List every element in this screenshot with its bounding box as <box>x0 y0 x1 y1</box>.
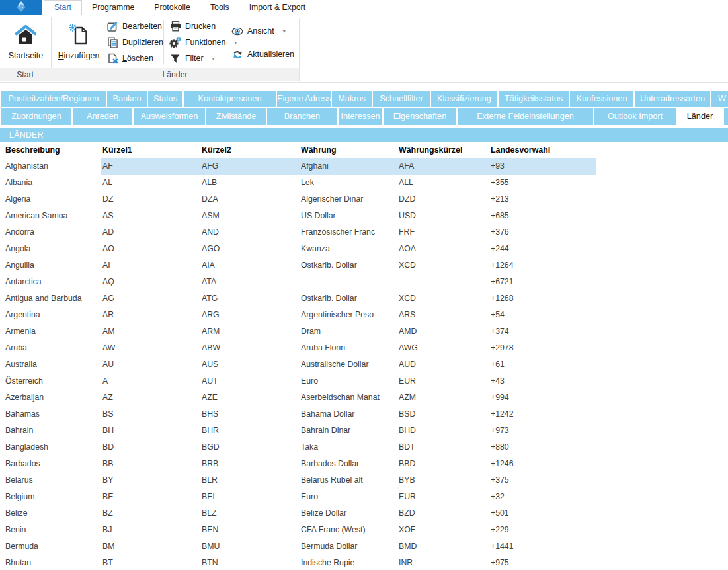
cell-landesvorwahl: +1441 <box>489 538 596 555</box>
tab-konfessionen[interactable]: Konfessionen <box>570 91 633 107</box>
tab-anreden[interactable]: Anreden <box>73 108 132 125</box>
table-row-österreich[interactable]: ÖsterreichAAUTEuroEUR+43 <box>0 373 596 389</box>
cell-landesvorwahl: +213 <box>489 191 596 208</box>
menu-tab-programme[interactable]: Programme <box>82 0 144 15</box>
tab-makros[interactable]: Makros <box>332 91 372 107</box>
table-row-belgium[interactable]: BelgiumBEBELEuroEUR+32 <box>0 489 596 505</box>
cell-landesvorwahl: +229 <box>489 522 596 538</box>
cell-kürzel2: AGO <box>200 241 299 257</box>
menu-tabs: Start Programme Protokolle Tools Import … <box>44 0 315 15</box>
tab-ausweisformen[interactable]: Ausweisformen <box>134 108 205 125</box>
tab-zuordnungen[interactable]: Zuordnungen <box>1 108 71 125</box>
startseite-label: Startseite <box>9 51 43 60</box>
table-row-benin[interactable]: BeninBJBENCFA Franc (West)XOF+229 <box>0 522 596 538</box>
loeschen-label: Löschen <box>122 54 153 63</box>
tab-schnellfilter[interactable]: Schnellfilter <box>373 91 430 107</box>
cell-landesvorwahl: +2978 <box>489 340 596 356</box>
table-row-belize[interactable]: BelizeBZBLZBelize DollarBZD+501 <box>0 505 596 522</box>
table-row-barbados[interactable]: BarbadosBBBRBBarbados DollarBBD+1246 <box>0 456 596 472</box>
tab-klassifizierung[interactable]: Klassifizierung <box>431 91 497 107</box>
table-row-antarctica[interactable]: AntarcticaAQATA+6721 <box>0 274 596 290</box>
cell-beschreibung: Belize <box>0 505 101 522</box>
cell-währung: Belize Dollar <box>299 505 397 522</box>
cell-währung: Kwanza <box>299 241 397 257</box>
cell-kürzel2: ARM <box>200 323 299 340</box>
table-row-american-samoa[interactable]: American SamoaASASMUS DollarUSD+685 <box>0 208 596 224</box>
table-row-azerbaijan[interactable]: AzerbaijanAZAZEAserbeidschan ManatAZM+99… <box>0 389 596 406</box>
bearbeiten-button[interactable]: Bearbeiten <box>106 20 162 33</box>
cell-währung: Australische Dollar <box>299 356 397 373</box>
table-row-bangladesh[interactable]: BangladeshBDBGDTakaBDT+880 <box>0 439 596 456</box>
tab-postleitzahlen-regionen[interactable]: Postleitzahlen/Regionen <box>1 91 106 107</box>
column-header-kürzel1[interactable]: Kürzel1 <box>101 143 200 157</box>
table-row-bermuda[interactable]: BermudaBMBMUBermuda DollarBMD+1441 <box>0 538 596 555</box>
ansicht-button[interactable]: Ansicht ▾ <box>231 24 286 38</box>
cell-kürzel2: BMU <box>200 538 299 555</box>
table-row-belarus[interactable]: BelarusBYBLRBelarus Rubel altBYB+375 <box>0 472 596 489</box>
table-row-algeria[interactable]: AlgeriaDZDZAAlgerischer DinarDZD+213 <box>0 191 596 208</box>
cell-beschreibung: Bhutan <box>0 555 101 570</box>
cell-kürzel1: AQ <box>101 274 200 290</box>
cell-landesvorwahl: +61 <box>489 356 596 373</box>
view-eye-icon <box>231 26 243 36</box>
table-row-argentina[interactable]: ArgentinaARARGArgentinischer PesoARS+54 <box>0 307 596 323</box>
tab-status[interactable]: Status <box>148 91 182 107</box>
cell-landesvorwahl: +355 <box>489 175 596 191</box>
column-header-landesvorwahl[interactable]: Landesvorwahl <box>489 143 596 157</box>
funktionen-button[interactable]: Funktionen ▾ <box>169 36 237 49</box>
chevron-down-icon: ▾ <box>234 40 237 46</box>
loeschen-button[interactable]: Löschen <box>106 52 153 65</box>
menu-tab-tools[interactable]: Tools <box>200 0 239 15</box>
aktualisieren-button[interactable]: Aktualisieren <box>231 48 294 61</box>
table-row-aruba[interactable]: ArubaAWABWAruba FlorinAWG+2978 <box>0 340 596 356</box>
drucken-button[interactable]: Drucken <box>169 20 216 33</box>
tab-banken[interactable]: Banken <box>107 91 147 107</box>
new-document-icon <box>67 22 90 46</box>
menu-tab-protokolle[interactable]: Protokolle <box>144 0 200 15</box>
hinzufuegen-button[interactable]: Hinzufügen <box>54 17 103 67</box>
table-row-armenia[interactable]: ArmeniaAMARMDramAMD+374 <box>0 323 596 340</box>
duplizieren-button[interactable]: Duplizieren <box>106 36 163 49</box>
tab-externe-feldeinstellungen[interactable]: Externe Feldeinstellungen <box>458 108 593 125</box>
app-logo-button[interactable] <box>0 0 42 15</box>
tab-zivilstände[interactable]: Zivilstände <box>206 108 266 125</box>
column-header-kürzel2[interactable]: Kürzel2 <box>200 143 299 157</box>
tab-eigenschaften[interactable]: Eigenschaften <box>384 108 456 125</box>
startseite-button[interactable]: Startseite <box>1 17 50 67</box>
cell-kürzel1: BY <box>101 472 200 489</box>
tab-eigene-adresse[interactable]: Eigene Adresse <box>277 91 331 107</box>
tab-branchen[interactable]: Branchen <box>267 108 337 125</box>
filter-button[interactable]: Filter ▾ <box>169 52 215 65</box>
tab-interessen[interactable]: Interessen <box>339 108 382 125</box>
cell-kürzel2: ASM <box>200 208 299 224</box>
column-header-beschreibung[interactable]: Beschreibung <box>0 143 101 157</box>
table-row-australia[interactable]: AustraliaAUAUSAustralische DollarAUD+61 <box>0 356 596 373</box>
table-row-afghanistan[interactable]: AfghanistanAFAFGAfghaniAFA+93 <box>0 158 596 175</box>
tab-länder[interactable]: Länder <box>677 108 723 125</box>
filter-icon <box>169 54 181 63</box>
table-row-albania[interactable]: AlbaniaALALBLekALL+355 <box>0 175 596 191</box>
table-row-bahamas[interactable]: BahamasBSBHSBahama DollarBSD+1242 <box>0 406 596 423</box>
column-header-währung[interactable]: Währung <box>299 143 397 157</box>
table-row-bahrain[interactable]: BahrainBHBHRBahrain DinarBHD+973 <box>0 423 596 439</box>
table-row-antigua-and-barbuda[interactable]: Antigua and BarbudaAGATGOstkarib. Dollar… <box>0 290 596 307</box>
column-header-währungskürzel[interactable]: Währungskürzel <box>397 143 489 157</box>
table-row-andorra[interactable]: AndorraADANDFranzösischer FrancFRF+376 <box>0 224 596 241</box>
table-row-anguilla[interactable]: AnguillaAIAIAOstkarib. DollarXCD+1264 <box>0 257 596 274</box>
cell-beschreibung: Bangladesh <box>0 439 101 456</box>
tab-w[interactable]: W <box>711 91 728 107</box>
menu-tab-start[interactable]: Start <box>44 0 82 15</box>
cell-landesvorwahl: +6721 <box>489 274 596 290</box>
table-row-angola[interactable]: AngolaAOAGOKwanzaAOA+244 <box>0 241 596 257</box>
cell-währung: Euro <box>299 489 397 505</box>
cell-landesvorwahl: +43 <box>489 373 596 389</box>
cell-kürzel2: AIA <box>200 257 299 274</box>
menu-tab-import-export[interactable]: Import & Export <box>239 0 315 15</box>
tab-outlook-import[interactable]: Outlook Import <box>594 108 676 125</box>
cell-kürzel2: BEN <box>200 522 299 538</box>
table-row-bhutan[interactable]: BhutanBTBTNIndische RupieINR+975 <box>0 555 596 570</box>
tab-unteradressarten[interactable]: Unteradressarten <box>635 91 710 107</box>
tab-kontaktpersonen[interactable]: Kontaktpersonen <box>184 91 276 107</box>
cell-kürzel1: AS <box>101 208 200 224</box>
tab-tätigkeitsstatus[interactable]: Tätigkeitsstatus <box>499 91 569 107</box>
